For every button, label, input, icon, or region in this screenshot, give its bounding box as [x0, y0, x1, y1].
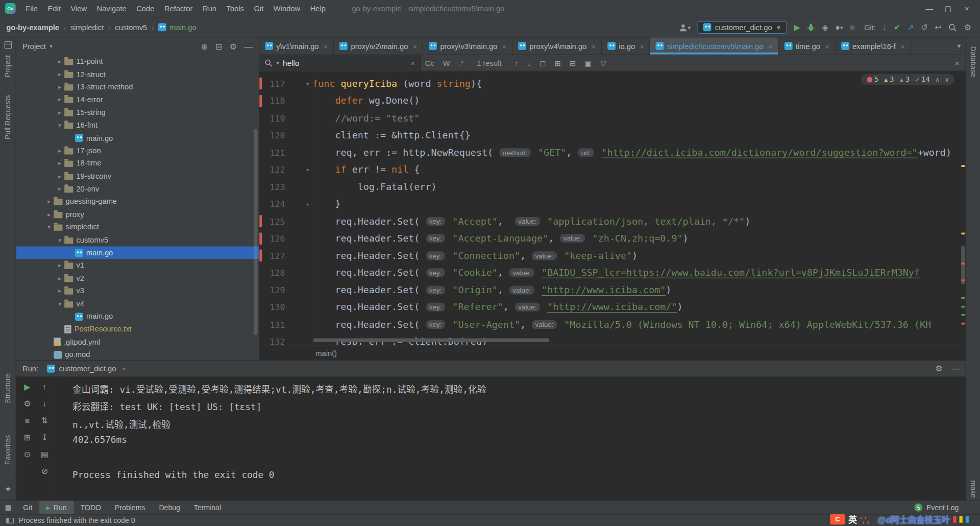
- breadcrumb-item-go-by-example[interactable]: go-by-example: [6, 23, 59, 32]
- search-input[interactable]: ▾ hello ×: [259, 55, 421, 71]
- tab-close-icon[interactable]: ×: [592, 42, 596, 50]
- toolwindow-tab-git[interactable]: Git: [16, 501, 39, 514]
- stripe-favorites[interactable]: Favorites: [4, 435, 11, 465]
- run-console-tab[interactable]: customer_dict.go ×: [47, 364, 126, 373]
- stop-icon[interactable]: ■: [22, 416, 32, 425]
- editor-tab-y-v1-main-go[interactable]: y\v1\main.go×: [259, 37, 334, 54]
- next-match-icon[interactable]: ↓: [527, 58, 531, 67]
- regex-toggle[interactable]: .*: [459, 58, 464, 67]
- code-line-120[interactable]: 120 client := &http.Client{}: [259, 127, 961, 144]
- tree-item-customv5[interactable]: ▾customv5: [16, 233, 259, 246]
- print-icon[interactable]: ▤: [40, 449, 50, 459]
- tree-item-guessing-game[interactable]: ▸guessing-game: [16, 195, 259, 208]
- tree-down-arrow-icon[interactable]: ▾: [55, 301, 64, 307]
- maximize-button[interactable]: ▢: [939, 4, 958, 13]
- editor-tab-proxy-v3-main-go[interactable]: proxy\v3\main.go×: [423, 37, 512, 54]
- line-number[interactable]: 126: [262, 233, 285, 244]
- rerun-icon[interactable]: ▶: [22, 382, 32, 391]
- tree-item-go-mod[interactable]: go.mod: [16, 348, 259, 360]
- toolwindow-tab-debug[interactable]: Debug: [152, 501, 187, 514]
- tree-right-arrow-icon[interactable]: ▸: [55, 109, 64, 115]
- tree-item-v2[interactable]: ▸v2: [16, 272, 259, 284]
- editor-tab-simpledict-customv5-main-go[interactable]: simpledict\customv5\main.go×: [650, 37, 779, 54]
- event-log[interactable]: 5 Event Log: [915, 504, 959, 512]
- menu-code[interactable]: Code: [131, 2, 159, 14]
- collapse-all-icon[interactable]: ⊟: [215, 41, 222, 51]
- editor-tab-time-go[interactable]: time.go×: [779, 37, 836, 54]
- locate-icon[interactable]: ⊕: [201, 41, 208, 51]
- tree-item-11-point[interactable]: ▸11-point: [16, 55, 259, 68]
- toolwindow-toggle-icon[interactable]: [6, 517, 14, 523]
- error-stripe[interactable]: [961, 71, 966, 345]
- code-line-128[interactable]: 128 req.Header.Set( key: "Cookie", value…: [259, 264, 961, 281]
- tab-close-icon[interactable]: ×: [769, 42, 773, 50]
- tree-item-18-time[interactable]: ▸18-time: [16, 157, 259, 170]
- gear-icon[interactable]: ⚙: [935, 364, 942, 373]
- tree-item-proxy[interactable]: ▸proxy: [16, 208, 259, 221]
- line-number[interactable]: 127: [262, 251, 285, 261]
- stripe-database[interactable]: Database: [969, 46, 977, 77]
- prev-match-icon[interactable]: ↑: [514, 58, 518, 67]
- line-number[interactable]: 123: [262, 182, 285, 192]
- code-line-117[interactable]: 117▾func queryIciba (word string){: [259, 75, 961, 92]
- menu-window[interactable]: Window: [268, 2, 305, 14]
- code-line-123[interactable]: 123 log.Fatal(err): [259, 178, 961, 196]
- project-panel-header[interactable]: Project ▾ ⊕⊟⚙—: [16, 37, 259, 55]
- fold-marker-icon[interactable]: ▾: [285, 166, 312, 173]
- restore-layout-icon[interactable]: ⊞: [22, 433, 32, 442]
- line-number[interactable]: 132: [262, 337, 285, 345]
- debug-button[interactable]: [807, 23, 815, 31]
- stripe-make[interactable]: make: [969, 480, 977, 497]
- menu-file[interactable]: File: [20, 2, 42, 14]
- next-occurrence-icon[interactable]: ↓: [40, 399, 50, 408]
- line-number[interactable]: 121: [262, 148, 285, 158]
- line-number[interactable]: 125: [262, 216, 285, 226]
- code-line-126[interactable]: 126 req.Header.Set( key: "Accept-Languag…: [259, 230, 961, 247]
- line-number[interactable]: 128: [262, 268, 285, 278]
- tree-down-arrow-icon[interactable]: ▾: [55, 237, 64, 243]
- tab-close-icon[interactable]: ×: [324, 42, 328, 50]
- toolwindow-tab-terminal[interactable]: Terminal: [187, 501, 228, 514]
- remove-occurrence-icon[interactable]: ⊟: [570, 58, 576, 67]
- fold-marker-icon[interactable]: ▾: [285, 81, 312, 87]
- stop-button[interactable]: ■: [850, 22, 855, 32]
- tree-right-arrow-icon[interactable]: ▸: [55, 148, 64, 154]
- search-everywhere-icon[interactable]: [948, 23, 957, 32]
- code-line-131[interactable]: 131 req.Header.Set( key: "User-Agent", v…: [259, 316, 961, 333]
- line-number[interactable]: 129: [262, 285, 285, 295]
- tree-item-20-env[interactable]: ▸20-env: [16, 182, 259, 195]
- tree-item-gitpod-yml[interactable]: .gitpod.yml: [16, 336, 259, 348]
- tree-item-19-strconv[interactable]: ▸19-strconv: [16, 170, 259, 182]
- line-number[interactable]: 131: [262, 319, 285, 329]
- menu-refactor[interactable]: Refactor: [159, 2, 198, 14]
- tree-item-main-go[interactable]: main.go: [16, 132, 259, 145]
- clear-all-icon[interactable]: ⊘: [40, 466, 50, 475]
- menu-tools[interactable]: Tools: [222, 2, 249, 14]
- breadcrumb-item-main-go[interactable]: main.go: [158, 23, 196, 32]
- horizontal-scrollbar[interactable]: [313, 338, 549, 342]
- code-line-122[interactable]: 122▾ if err != nil {: [259, 161, 961, 178]
- line-number[interactable]: 117: [262, 79, 285, 89]
- breadcrumb-item-simpledict[interactable]: simpledict: [70, 23, 104, 32]
- tree-item-postresource-txt[interactable]: PostResource.txt: [16, 323, 259, 336]
- tree-right-arrow-icon[interactable]: ▸: [55, 275, 64, 281]
- tree-right-arrow-icon[interactable]: ▸: [55, 84, 64, 90]
- tree-right-arrow-icon[interactable]: ▸: [55, 160, 64, 166]
- toolwindow-tab-todo[interactable]: TODO: [74, 501, 108, 514]
- tree-right-arrow-icon[interactable]: ▸: [55, 288, 64, 294]
- soft-wrap-icon[interactable]: ⇅: [40, 416, 50, 425]
- tab-close-icon[interactable]: ×: [413, 42, 417, 50]
- tree-item-v4[interactable]: ▾v4: [16, 297, 259, 310]
- stripe-project[interactable]: Project: [4, 55, 11, 78]
- run-configuration-select[interactable]: customer_dict.go ▼: [698, 21, 787, 33]
- tree-item-12-struct[interactable]: ▸12-struct: [16, 68, 259, 81]
- clear-search-icon[interactable]: ×: [410, 58, 415, 67]
- star-icon[interactable]: ★: [5, 485, 11, 493]
- filter-icon[interactable]: ▽: [601, 58, 606, 67]
- tree-right-arrow-icon[interactable]: ▸: [55, 97, 64, 103]
- code-line-129[interactable]: 129 req.Header.Set( key: "Origin", value…: [259, 281, 961, 299]
- tree-down-arrow-icon[interactable]: ▾: [55, 122, 64, 128]
- fold-marker-icon[interactable]: ▴: [285, 201, 312, 207]
- menu-run[interactable]: Run: [198, 2, 222, 14]
- stripe-pull-requests[interactable]: Pull Requests: [4, 95, 11, 139]
